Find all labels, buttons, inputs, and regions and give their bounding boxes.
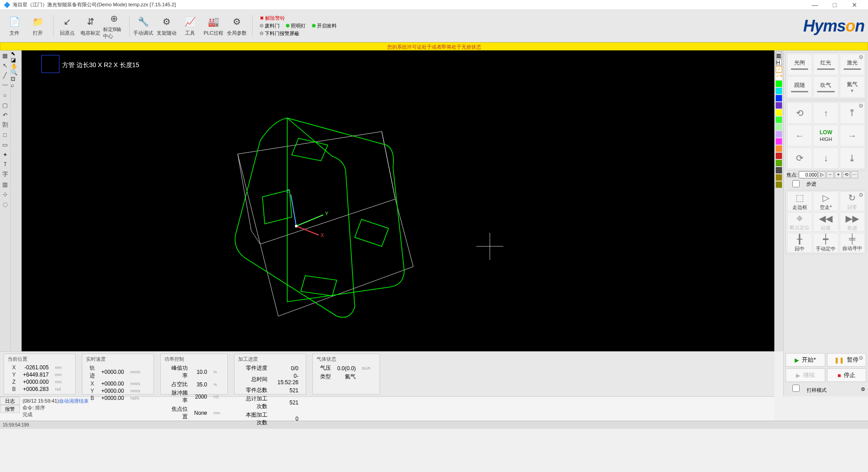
- file-button[interactable]: 📄文件: [4, 13, 25, 40]
- color-swatch[interactable]: [776, 81, 782, 87]
- dryrun-button[interactable]: ▷空走*: [813, 191, 838, 211]
- global-button[interactable]: ⚙全局参数: [226, 13, 248, 40]
- ops-settings-icon[interactable]: ⚙: [859, 192, 863, 198]
- color-swatch[interactable]: [776, 117, 782, 123]
- support-button[interactable]: ⚙支架随动: [156, 13, 177, 40]
- focus-input[interactable]: [799, 171, 818, 178]
- color-swatch[interactable]: [776, 138, 782, 145]
- maximize-button[interactable]: □: [825, 0, 845, 9]
- manual-button[interactable]: 🔧手动调试: [132, 13, 154, 40]
- bcenter-button[interactable]: ⊕标定B轴中心: [103, 13, 125, 40]
- capcal-button[interactable]: ⇵电容标定: [80, 13, 101, 40]
- open-button[interactable]: 📁打开: [27, 13, 49, 40]
- manual-center-button[interactable]: ┿手动定中: [813, 233, 838, 253]
- color-swatch[interactable]: [776, 131, 782, 137]
- tool-pointer[interactable]: ⬉: [11, 50, 21, 57]
- color-swatch[interactable]: [776, 174, 782, 181]
- color-swatch[interactable]: [776, 153, 782, 159]
- layer-lock-icon[interactable]: H: [776, 59, 782, 65]
- stepfwd-button[interactable]: ▶▶前进: [840, 212, 865, 232]
- z-down-button[interactable]: ⤓: [840, 147, 865, 169]
- focus-plus-button[interactable]: +: [835, 171, 842, 178]
- center-button[interactable]: ╂回中: [787, 233, 812, 253]
- color-swatch[interactable]: [776, 160, 782, 166]
- breakpoint-button[interactable]: ⎆断点定位: [787, 212, 812, 232]
- focus-go-button[interactable]: ▷: [818, 171, 826, 178]
- layer-x-icon[interactable]: ✓✕: [776, 73, 782, 80]
- start-button[interactable]: ▶开始*: [786, 353, 825, 367]
- gas-button[interactable]: 氮气▼: [840, 76, 865, 98]
- tool-pan[interactable]: ✋: [11, 63, 21, 69]
- tool-curve[interactable]: 〰: [0, 80, 10, 90]
- tool-text[interactable]: 割: [0, 120, 10, 130]
- focus-save-button[interactable]: ⋯: [851, 171, 858, 178]
- tool-explode[interactable]: ✦: [0, 150, 10, 159]
- alarm-shield-toggle[interactable]: 下料门报警屏蔽: [260, 30, 299, 37]
- tool-node[interactable]: ◪: [11, 57, 21, 63]
- plc-button[interactable]: 🏭PLC过程: [203, 13, 224, 40]
- minimize-button[interactable]: —: [805, 0, 825, 9]
- autoload-toggle[interactable]: 开启捡料: [312, 23, 337, 29]
- color-swatch[interactable]: [776, 109, 782, 116]
- clear-alarm-button[interactable]: ✖ 解除警铃: [260, 15, 285, 22]
- layer-toggle-icon[interactable]: ▦: [776, 52, 782, 58]
- color-swatch[interactable]: [776, 88, 782, 94]
- focus-reset-button[interactable]: ⟲: [843, 171, 850, 178]
- stepback-button[interactable]: ◀◀回退: [813, 212, 838, 232]
- tool-box[interactable]: ▭: [0, 140, 10, 150]
- follow-button[interactable]: 跟随: [787, 76, 812, 98]
- jog-right-button[interactable]: →: [840, 125, 865, 146]
- tool-mirror[interactable]: ▥: [0, 179, 10, 189]
- tool-dot[interactable]: ◌: [0, 199, 10, 209]
- color-swatch[interactable]: [776, 102, 782, 109]
- jog-left-button[interactable]: ←: [787, 125, 812, 146]
- rotate-cw-button[interactable]: ⟳: [787, 147, 812, 169]
- step-checkbox[interactable]: [787, 180, 805, 187]
- action-settings-icon[interactable]: ⚙: [859, 355, 863, 361]
- auto-center-button[interactable]: ╪自动寻中: [840, 233, 865, 253]
- jog-settings-icon[interactable]: ⚙: [859, 103, 863, 109]
- frame-button[interactable]: ⬚走边框: [787, 191, 812, 211]
- alarm-tab[interactable]: 报警: [0, 405, 20, 413]
- tool-zoomwin[interactable]: ⌕: [11, 82, 21, 88]
- panel-settings-icon[interactable]: ⚙: [859, 54, 863, 60]
- tool-zoom[interactable]: 🔍: [11, 69, 21, 76]
- color-swatch[interactable]: [776, 145, 782, 152]
- jog-down-button[interactable]: ↓: [813, 147, 838, 169]
- viewport-3d[interactable]: 方管 边长30 X R2 X 长度15 X Y Z: [22, 50, 774, 351]
- tool-plus[interactable]: ⊹: [0, 189, 10, 199]
- sample-settings-icon[interactable]: ⚙: [861, 386, 865, 392]
- home-button[interactable]: ↙回原点: [56, 13, 78, 40]
- tool-text3[interactable]: 字: [0, 169, 10, 179]
- light-toggle[interactable]: 照明灯: [286, 23, 306, 29]
- tool-square[interactable]: □: [0, 130, 10, 140]
- tool-text2[interactable]: Ｔ: [0, 159, 10, 169]
- color-swatch[interactable]: [776, 182, 782, 188]
- stop-button[interactable]: ■停止: [827, 368, 867, 382]
- color-swatch[interactable]: [776, 95, 782, 101]
- tool-back[interactable]: ↶: [0, 110, 10, 120]
- waste-door-toggle[interactable]: 废料门: [260, 23, 280, 29]
- color-swatch[interactable]: [776, 167, 782, 173]
- continue-button[interactable]: ▶继续: [786, 368, 825, 382]
- redlight-button[interactable]: 红光: [813, 54, 838, 75]
- tool-zoomfit[interactable]: ⊡: [11, 76, 21, 82]
- tools-button[interactable]: 📈工具: [179, 13, 201, 40]
- sample-mode-checkbox[interactable]: 打样模式: [787, 385, 827, 394]
- blow-button[interactable]: 吹气: [813, 76, 838, 98]
- viewport-thumbnail[interactable]: [41, 55, 59, 73]
- close-button[interactable]: ✕: [845, 0, 864, 9]
- tool-line[interactable]: ╱: [0, 70, 10, 80]
- jog-up-button[interactable]: ↑: [813, 102, 838, 124]
- layer-check-icon[interactable]: ✓: [776, 66, 782, 73]
- tool-grid[interactable]: ▦: [0, 50, 10, 60]
- tool-cursor[interactable]: ↖: [0, 60, 10, 70]
- shutter-button[interactable]: 光闸: [787, 54, 812, 75]
- speed-toggle-button[interactable]: LOWHIGH: [813, 125, 838, 146]
- focus-minus-button[interactable]: −: [827, 171, 834, 178]
- tool-circle[interactable]: ○: [0, 90, 10, 100]
- tool-rect[interactable]: ▢: [0, 100, 10, 110]
- log-tab[interactable]: 日志: [0, 397, 20, 405]
- color-swatch[interactable]: [776, 124, 782, 130]
- rotate-ccw-button[interactable]: ⟲: [787, 102, 812, 124]
